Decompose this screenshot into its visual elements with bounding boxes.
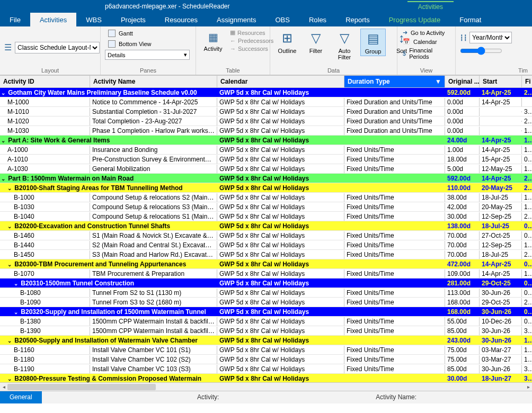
expander-icon[interactable]: ⌄ — [1, 90, 6, 96]
expander-icon[interactable]: ⌄ — [7, 185, 13, 191]
menu-obs[interactable]: OBS — [265, 13, 299, 26]
gantt-button[interactable]: Gantt — [105, 29, 190, 38]
outline-button[interactable]: ⊞Outline — [274, 29, 300, 55]
table-row[interactable]: ⌄ Gotham City Water Mains Preliminary Ba… — [0, 88, 532, 97]
calendar-button[interactable]: 📅Calendar — [402, 38, 451, 46]
layout-combo[interactable]: Classic Schedule Layout-ML2 — [15, 42, 100, 53]
menu-assignments[interactable]: Assignments — [207, 13, 265, 26]
table-row[interactable]: B-13801500mm CPP Watermain Install & bac… — [0, 317, 532, 326]
expander-icon[interactable]: ⌄ — [7, 262, 13, 267]
group-label-data: Data — [274, 66, 393, 74]
financial-periods-button[interactable]: $Financial Periods — [402, 47, 451, 60]
timescale-slider[interactable] — [460, 47, 502, 55]
table-row[interactable]: A-1030General MobilizationGWP 5d x 8hr C… — [0, 164, 532, 174]
grid-body[interactable]: ⌄ Gotham City Water Mains Preliminary Ba… — [0, 88, 532, 382]
table-row[interactable]: B-1030Compound Setup & relocations S3 (M… — [0, 202, 532, 212]
table-row[interactable]: B-1000Compound Setup & relocations S2 (M… — [0, 193, 532, 202]
scroll-right-arrow[interactable]: ▸ — [525, 383, 532, 391]
table-row[interactable]: B-1090Tunnel From S3 to S2 (1680 m)GWP 5… — [0, 298, 532, 307]
timescale-icon: ┇┇ — [460, 34, 467, 41]
group-icon: ▤ — [367, 30, 379, 47]
group-label-layout: Layout — [4, 66, 96, 74]
calendar-icon: 📅 — [403, 38, 410, 45]
table-row[interactable]: B-1160Install Valve Chamber VC 101 (S1)G… — [0, 345, 532, 355]
menu-reports[interactable]: Reports — [336, 13, 379, 26]
table-row[interactable]: ⌄ Part A: Site Work & General ItemsGWP 5… — [0, 136, 532, 145]
group-button[interactable]: ▤Group — [360, 29, 386, 56]
successors-button: →Successors — [229, 45, 274, 52]
table-row[interactable]: M-1030Phase 1 Completion - Harlow Park w… — [0, 126, 532, 136]
details-combo[interactable]: Details▾ — [105, 50, 190, 60]
table-row[interactable]: B-1070TBM Procurement & PreparationGWP 5… — [0, 269, 532, 279]
menu-projects[interactable]: Projects — [111, 13, 155, 26]
expander-icon[interactable]: ⌄ — [14, 281, 19, 286]
expander-icon[interactable]: ⌄ — [7, 223, 13, 229]
menu-format[interactable]: Format — [450, 13, 491, 26]
table-row[interactable]: B-1440S2 (Main Road and Central St.) Exc… — [0, 240, 532, 250]
menu-resources[interactable]: Resources — [155, 13, 207, 26]
activity-table-button[interactable]: ▦ Activity — [200, 29, 226, 53]
table-row[interactable]: M-1010Substantial Completion - 31-Jul-20… — [0, 107, 532, 116]
table-row[interactable]: A-1000Insurance and BondingGWP 5d x 8hr … — [0, 145, 532, 155]
col-activity-id[interactable]: Activity ID — [0, 76, 90, 87]
filter-button[interactable]: ▽Filter — [303, 29, 329, 55]
filter-indicator-icon[interactable]: ▼ — [434, 78, 441, 85]
table-row[interactable]: B-1080Tunnel From S2 to S1 (1130 m)GWP 5… — [0, 288, 532, 298]
group-label-view: View — [402, 66, 451, 74]
expander-icon[interactable]: ⌄ — [1, 176, 6, 182]
col-calendar[interactable]: Calendar — [217, 76, 344, 87]
table-row[interactable]: M-1020Total Completion - 23-Aug-2027GWP … — [0, 116, 532, 126]
table-row[interactable]: M-1000Notice to Commmence - 14-Apr-2025G… — [0, 97, 532, 107]
col-duration-type[interactable]: Duration Type▼ — [344, 76, 445, 87]
table-row[interactable]: B-1040Compound Setup & relocations S1 (M… — [0, 212, 532, 221]
horizontal-scrollbar[interactable]: ◂ ▸ — [0, 382, 532, 391]
table-row[interactable]: ⌄ Part B: 1500mm Watermain on Main RoadG… — [0, 174, 532, 183]
table-row[interactable]: ⌄ B20200-Excavation and Construction Tun… — [0, 221, 532, 231]
menu-progress-update[interactable]: Progress Update — [379, 13, 450, 26]
bottom-view-button[interactable]: Bottom View — [105, 39, 190, 49]
money-icon: $ — [403, 50, 406, 57]
group-label-panes: Panes — [105, 66, 191, 74]
details-bar: General Activity: Activity Name: — [0, 391, 532, 403]
layouts-icon: ☰ — [4, 42, 12, 52]
table-row[interactable]: B-1460S1 (Main Road & Novick St.) Excava… — [0, 231, 532, 240]
menu-roles[interactable]: Roles — [299, 13, 336, 26]
table-row[interactable]: ⌄ B20100-Shaft Staging Areas for TBM Tun… — [0, 183, 532, 193]
context-tab-activities[interactable]: Activities — [407, 1, 454, 12]
col-activity-name[interactable]: Activity Name — [90, 76, 217, 87]
table-row[interactable]: B-13901500mm CPP Watermain Install & bac… — [0, 326, 532, 336]
menu-activities[interactable]: Activities — [30, 13, 76, 26]
details-tab-general[interactable]: General — [0, 391, 42, 403]
details-activity-name-label: Activity Name: — [366, 391, 426, 403]
table-row[interactable]: ⌄ B20500-Supply and Installation of Wate… — [0, 336, 532, 345]
col-original-duration[interactable]: Original ... — [445, 76, 480, 87]
menu-bar: FileActivitiesWBSProjectsResourcesAssign… — [0, 13, 532, 26]
goto-activity-button[interactable]: ➜Go to Activity — [402, 29, 451, 37]
autofilter-button[interactable]: ▽Auto Filter — [332, 29, 357, 61]
expander-icon[interactable]: ⌄ — [7, 338, 13, 344]
col-start[interactable]: Start — [480, 76, 522, 87]
col-finish[interactable]: Fi — [522, 76, 532, 87]
expander-icon[interactable]: ⌄ — [7, 376, 13, 382]
table-row[interactable]: ⌄ B20310-1500mm Tunnel ConstructionGWP 5… — [0, 279, 532, 288]
expander-icon[interactable]: ⌄ — [14, 309, 19, 315]
expander-icon[interactable]: ⌄ — [1, 138, 6, 143]
menu-file[interactable]: File — [0, 13, 30, 26]
scroll-thumb[interactable] — [7, 384, 156, 390]
scroll-left-arrow[interactable]: ◂ — [0, 383, 7, 391]
details-activity-label: Activity: — [188, 391, 228, 403]
timescale-combo[interactable]: Year/Month — [469, 32, 512, 43]
menu-wbs[interactable]: WBS — [76, 13, 111, 26]
table-row[interactable]: B-1180Install Valve Chamber VC 102 (S2)G… — [0, 355, 532, 364]
table-row[interactable]: B-1450S3 (Main Road and Harlow Rd.) Exca… — [0, 250, 532, 259]
table-row[interactable]: A-1010Pre-Construction Survey & Environm… — [0, 155, 532, 164]
table-row[interactable]: B-1190Install Valve Chamber VC 103 (S3)G… — [0, 364, 532, 374]
funnel-icon: ▽ — [311, 30, 321, 47]
table-row[interactable]: ⌄ B20300-TBM Procurement and Tunneling A… — [0, 259, 532, 269]
window-title: p6advanced-mlepage.xer - ScheduleReader — [4, 3, 229, 10]
ribbon: ☰ Classic Schedule Layout-ML2 Layout Gan… — [0, 26, 532, 75]
grid-header: Activity ID Activity Name Calendar Durat… — [0, 75, 532, 88]
table-row[interactable]: ⌄ B20800-Pressure Testing & Commission P… — [0, 374, 532, 382]
table-row[interactable]: ⌄ B20320-Supply and Installation of 1500… — [0, 307, 532, 317]
funnel-auto-icon: ▽ — [340, 30, 349, 47]
